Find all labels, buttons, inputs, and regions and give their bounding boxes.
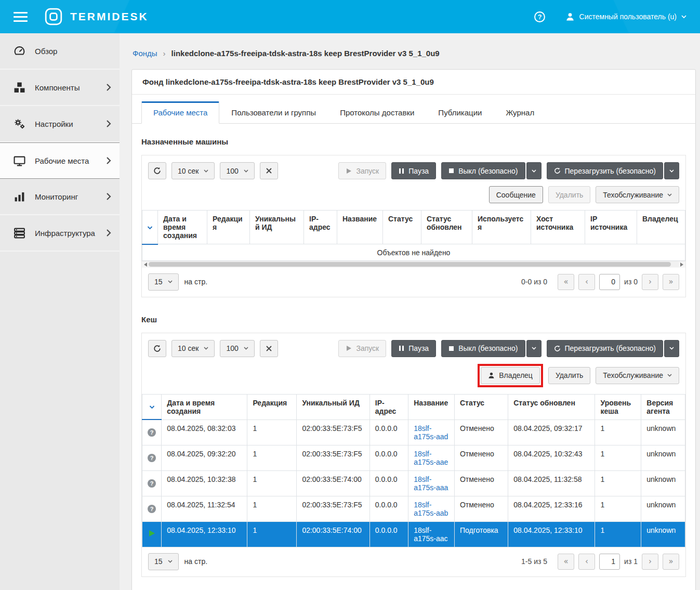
clear-filter-button[interactable]: [260, 162, 278, 179]
column-header[interactable]: Название: [408, 394, 455, 419]
page-number-input[interactable]: [599, 274, 620, 290]
question-icon[interactable]: ?: [148, 505, 156, 513]
question-icon[interactable]: ?: [148, 428, 156, 437]
column-header[interactable]: Версия агента: [641, 394, 685, 419]
machine-link[interactable]: 18slf-a175s-aae: [414, 450, 448, 466]
column-header[interactable]: Название: [337, 211, 383, 244]
column-header[interactable]: Редакция: [207, 211, 250, 244]
first-page-button[interactable]: «: [558, 274, 574, 290]
next-page-button[interactable]: ›: [642, 554, 658, 570]
horizontal-scrollbar[interactable]: [142, 261, 685, 268]
sidebar-item-workplaces[interactable]: Рабочие места: [0, 142, 120, 179]
power-off-button[interactable]: Выкл (безопасно): [441, 340, 525, 357]
cell-status: Отменено: [454, 470, 508, 496]
column-header[interactable]: Дата и время создания: [162, 394, 247, 419]
tab-workplaces[interactable]: Рабочие места: [141, 101, 219, 124]
column-header[interactable]: Статус обновлен: [508, 394, 595, 419]
last-page-button[interactable]: »: [663, 554, 679, 570]
help-icon[interactable]: ?: [534, 11, 546, 23]
page-size-select[interactable]: 15: [148, 553, 179, 570]
tab-journal[interactable]: Журнал: [494, 101, 546, 124]
delete-button[interactable]: Удалить: [548, 186, 590, 203]
question-icon[interactable]: ?: [148, 479, 156, 488]
column-header[interactable]: Редакция: [247, 394, 297, 419]
page-title: Фонд linkedclone-a175s-freeipa-tdsk-astr…: [132, 70, 695, 95]
owner-button[interactable]: Владелец: [481, 367, 540, 384]
column-header[interactable]: Статус обновлен: [421, 211, 472, 244]
user-menu[interactable]: Системный пользователь (u): [565, 12, 686, 21]
sidebar-item-overview[interactable]: Обзор: [0, 33, 120, 70]
power-off-dropdown-button[interactable]: [526, 162, 541, 179]
sort-column-header[interactable]: [142, 211, 158, 244]
scrollbar-thumb[interactable]: [149, 262, 671, 267]
next-page-button[interactable]: ›: [642, 274, 658, 290]
last-page-button[interactable]: »: [663, 274, 679, 290]
refresh-interval-select[interactable]: 10 сек: [171, 340, 215, 357]
hamburger-menu-icon[interactable]: [14, 12, 28, 22]
refresh-interval-select[interactable]: 10 сек: [171, 162, 215, 179]
sidebar-item-infrastructure[interactable]: Инфраструктура: [0, 215, 120, 252]
scrollbar-track[interactable]: [149, 261, 679, 267]
scroll-left-arrow-icon[interactable]: [142, 263, 149, 267]
power-off-dropdown-button[interactable]: [526, 340, 541, 357]
prev-page-button[interactable]: ‹: [578, 274, 595, 290]
column-header[interactable]: Используется: [472, 211, 531, 244]
prev-page-button[interactable]: ‹: [578, 554, 595, 570]
cell-unique-id: 02:00:33:5E:73:F5: [297, 445, 369, 470]
sidebar-item-monitoring[interactable]: Мониторинг: [0, 179, 120, 215]
machine-link[interactable]: 18slf-a175s-aad: [414, 424, 448, 441]
start-button[interactable]: Запуск: [338, 162, 386, 179]
column-header[interactable]: IP-адрес: [304, 211, 337, 244]
sidebar-item-settings[interactable]: Настройки: [0, 106, 120, 142]
column-header[interactable]: Уникальный ИД: [297, 394, 369, 419]
scroll-right-arrow-icon[interactable]: [679, 263, 685, 267]
power-off-button[interactable]: Выкл (безопасно): [441, 162, 525, 179]
column-header[interactable]: Хост источника: [531, 211, 585, 244]
cell-ip-address: 0.0.0.0: [369, 521, 408, 547]
reboot-button[interactable]: Перезагрузить (безопасно): [547, 162, 664, 179]
page-number-input[interactable]: [599, 554, 620, 570]
column-header[interactable]: Уникальный ИД: [250, 211, 304, 244]
reboot-dropdown-button[interactable]: [664, 340, 679, 357]
refresh-button[interactable]: [148, 162, 166, 179]
delete-button[interactable]: Удалить: [548, 367, 590, 384]
cache-table-row[interactable]: ?08.04.2025, 08:32:03102:00:33:5E:73:F50…: [142, 419, 685, 445]
pause-button[interactable]: Пауза: [391, 340, 436, 357]
machine-link[interactable]: 18slf-a175s-aac: [414, 526, 447, 543]
reboot-dropdown-button[interactable]: [664, 162, 679, 179]
maintenance-button[interactable]: Техобслуживание: [596, 186, 679, 203]
tab-delivery-protocols[interactable]: Протоколы доставки: [328, 101, 426, 124]
tab-publications[interactable]: Публикации: [426, 101, 494, 124]
question-icon[interactable]: ?: [148, 454, 156, 462]
pause-button[interactable]: Пауза: [391, 162, 436, 179]
clear-filter-button[interactable]: [260, 340, 278, 357]
fetch-size-select[interactable]: 100: [220, 340, 254, 357]
tab-users-groups[interactable]: Пользователи и группы: [219, 101, 328, 124]
chart-icon: [12, 191, 26, 203]
cache-table-row[interactable]: ?08.04.2025, 10:32:38102:00:33:5E:74:000…: [142, 470, 685, 496]
breadcrumb-link-funds[interactable]: Фонды: [133, 49, 157, 58]
person-icon: [488, 372, 495, 379]
cache-table-row[interactable]: ?08.04.2025, 11:32:54102:00:33:5E:73:F50…: [142, 496, 685, 521]
column-header[interactable]: Уровень кеша: [595, 394, 641, 419]
column-header[interactable]: Владелец: [637, 211, 685, 244]
refresh-button[interactable]: [148, 340, 166, 357]
page-size-select[interactable]: 15: [148, 273, 179, 291]
machine-link[interactable]: 18slf-a175s-aab: [414, 501, 448, 517]
first-page-button[interactable]: «: [558, 554, 574, 570]
maintenance-button[interactable]: Техобслуживание: [596, 367, 679, 384]
sidebar-item-components[interactable]: Компоненты: [0, 70, 120, 106]
cache-table-row[interactable]: 08.04.2025, 12:33:10102:00:33:5E:74:000.…: [142, 521, 685, 547]
sort-column-header[interactable]: [142, 394, 162, 419]
message-button[interactable]: Сообщение: [489, 186, 543, 203]
cache-table-row[interactable]: ?08.04.2025, 09:32:20102:00:33:5E:73:F50…: [142, 445, 685, 470]
reboot-button[interactable]: Перезагрузить (безопасно): [547, 340, 664, 357]
column-header[interactable]: Статус: [383, 211, 421, 244]
column-header[interactable]: IP источника: [585, 211, 637, 244]
column-header[interactable]: Статус: [454, 394, 508, 419]
fetch-size-select[interactable]: 100: [220, 162, 254, 179]
column-header[interactable]: IP-адрес: [369, 394, 408, 419]
start-button[interactable]: Запуск: [338, 340, 386, 357]
machine-link[interactable]: 18slf-a175s-aaa: [414, 475, 448, 492]
column-header[interactable]: Дата и время создания: [158, 211, 207, 244]
